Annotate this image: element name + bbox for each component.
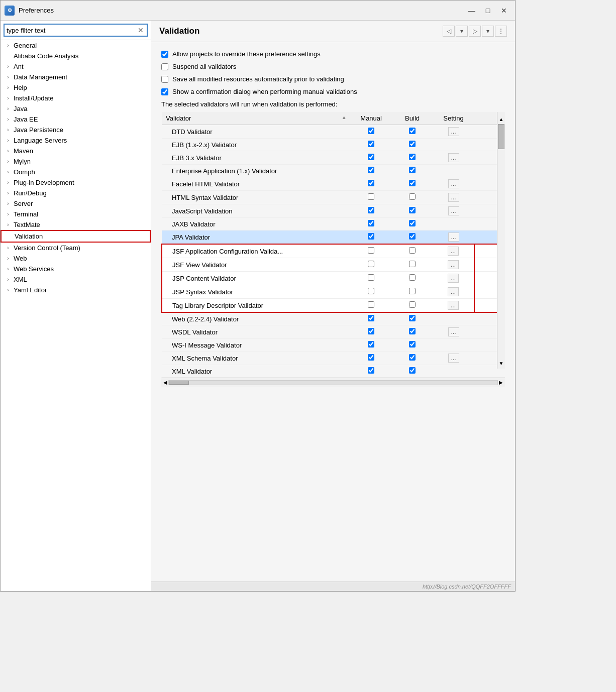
checkbox-allow-override[interactable] — [161, 51, 168, 58]
validator-setting-cell[interactable] — [433, 312, 474, 325]
scroll-thumb[interactable] — [498, 124, 504, 149]
validator-setting-cell[interactable]: ... — [433, 125, 474, 139]
setting-dots-button[interactable]: ... — [448, 179, 459, 188]
forward-dropdown-button[interactable]: ▾ — [482, 26, 494, 37]
table-row[interactable]: XML Schema Validator... — [162, 352, 505, 365]
scroll-down-button[interactable]: ▼ — [498, 360, 504, 367]
table-row[interactable]: Facelet HTML Validator... — [162, 177, 505, 191]
sidebar-item-java-persistence[interactable]: ›Java Persistence — [1, 125, 151, 135]
setting-dots-button[interactable]: ... — [448, 260, 459, 269]
validator-build-cell[interactable] — [392, 299, 433, 313]
setting-dots-button[interactable]: ... — [448, 193, 459, 202]
table-row[interactable]: HTML Syntax Validator... — [162, 191, 505, 204]
validator-setting-cell[interactable]: ... — [433, 191, 474, 204]
scroll-up-button[interactable]: ▲ — [498, 116, 504, 123]
validator-manual-cell[interactable] — [351, 285, 392, 299]
validator-build-cell[interactable] — [392, 325, 433, 339]
validator-manual-cell[interactable] — [351, 325, 392, 339]
validator-build-cell[interactable] — [392, 151, 433, 165]
validator-build-cell[interactable] — [392, 177, 433, 191]
validator-build-cell[interactable] — [392, 272, 433, 285]
validator-build-cell[interactable] — [392, 285, 433, 299]
scroll-left-button[interactable]: ◀ — [163, 380, 167, 385]
validator-manual-cell[interactable] — [351, 139, 392, 151]
validator-manual-cell[interactable] — [351, 151, 392, 165]
validator-manual-cell[interactable] — [351, 230, 392, 245]
table-row[interactable]: JAXB Validator — [162, 218, 505, 230]
sidebar-item-server[interactable]: ›Server — [1, 198, 151, 209]
table-row[interactable]: DTD Validator... — [162, 125, 505, 139]
validator-setting-cell[interactable]: ... — [433, 244, 474, 258]
validator-setting-cell[interactable]: ... — [433, 285, 474, 299]
validator-manual-cell[interactable] — [351, 312, 392, 325]
minimize-button[interactable]: — — [465, 5, 479, 16]
sidebar-item-ant[interactable]: ›Ant — [1, 61, 151, 72]
validator-build-cell[interactable] — [392, 258, 433, 272]
validator-setting-cell[interactable]: ... — [433, 151, 474, 165]
setting-dots-button[interactable]: ... — [448, 233, 459, 242]
validator-manual-cell[interactable] — [351, 218, 392, 230]
menu-button[interactable]: ⋮ — [495, 26, 507, 37]
setting-dots-button[interactable]: ... — [448, 287, 459, 296]
sidebar-item-help[interactable]: ›Help — [1, 82, 151, 93]
sidebar-item-run-debug[interactable]: ›Run/Debug — [1, 188, 151, 198]
validator-setting-cell[interactable]: ... — [433, 258, 474, 272]
setting-dots-button[interactable]: ... — [448, 153, 459, 162]
sidebar-item-validation[interactable]: Validation — [1, 230, 151, 243]
sidebar-item-xml[interactable]: ›XML — [1, 274, 151, 285]
validator-setting-cell[interactable] — [433, 339, 474, 352]
sidebar-item-install-update[interactable]: ›Install/Update — [1, 93, 151, 103]
validator-setting-cell[interactable]: ... — [433, 230, 474, 245]
table-row[interactable]: XML Validator — [162, 365, 505, 378]
validator-manual-cell[interactable] — [351, 339, 392, 352]
validator-manual-cell[interactable] — [351, 125, 392, 139]
validator-manual-cell[interactable] — [351, 244, 392, 258]
sidebar-item-java-ee[interactable]: ›Java EE — [1, 114, 151, 125]
sidebar-item-textmate[interactable]: ›TextMate — [1, 219, 151, 230]
validator-build-cell[interactable] — [392, 352, 433, 365]
validator-build-cell[interactable] — [392, 191, 433, 204]
sidebar-item-java[interactable]: ›Java — [1, 103, 151, 114]
scrollbar-thumb[interactable] — [169, 381, 189, 385]
validator-setting-cell[interactable] — [433, 165, 474, 177]
setting-dots-button[interactable]: ... — [448, 206, 459, 215]
validator-build-cell[interactable] — [392, 230, 433, 245]
validator-build-cell[interactable] — [392, 312, 433, 325]
table-row[interactable]: Web (2.2-2.4) Validator — [162, 312, 505, 325]
table-row[interactable]: Tag Library Descriptor Validator... — [162, 299, 505, 313]
table-row[interactable]: JSP Content Validator... — [162, 272, 505, 285]
table-row[interactable]: JPA Validator... — [162, 230, 505, 245]
validator-setting-cell[interactable]: ... — [433, 325, 474, 339]
horizontal-scrollbar[interactable]: ◀ ▶ — [161, 378, 505, 387]
checkbox-suspend-all[interactable] — [161, 63, 168, 70]
back-button[interactable]: ◁ — [443, 26, 455, 37]
validator-build-cell[interactable] — [392, 339, 433, 352]
sidebar-item-language-servers[interactable]: ›Language Servers — [1, 135, 151, 146]
sidebar-item-web[interactable]: ›Web — [1, 253, 151, 264]
search-input[interactable] — [7, 27, 137, 34]
table-row[interactable]: JSF View Validator... — [162, 258, 505, 272]
sidebar-item-version-control[interactable]: ›Version Control (Team) — [1, 243, 151, 253]
setting-dots-button[interactable]: ... — [448, 301, 459, 310]
validator-build-cell[interactable] — [392, 139, 433, 151]
sidebar-item-data-management[interactable]: ›Data Management — [1, 72, 151, 82]
maximize-button[interactable]: □ — [481, 5, 495, 16]
sidebar-item-alibaba[interactable]: Alibaba Code Analysis — [1, 51, 151, 61]
setting-dots-button[interactable]: ... — [448, 274, 459, 283]
validator-setting-cell[interactable]: ... — [433, 299, 474, 313]
validator-setting-cell[interactable]: ... — [433, 204, 474, 218]
validator-build-cell[interactable] — [392, 244, 433, 258]
validator-manual-cell[interactable] — [351, 165, 392, 177]
checkbox-show-confirmation[interactable] — [161, 88, 168, 95]
validator-setting-cell[interactable] — [433, 365, 474, 378]
validator-build-cell[interactable] — [392, 365, 433, 378]
table-row[interactable]: EJB 3.x Validator... — [162, 151, 505, 165]
sidebar-item-plug-in-development[interactable]: ›Plug-in Development — [1, 177, 151, 188]
sidebar-item-general[interactable]: ›General — [1, 40, 151, 51]
validator-build-cell[interactable] — [392, 218, 433, 230]
validator-build-cell[interactable] — [392, 204, 433, 218]
table-row[interactable]: WS-I Message Validator — [162, 339, 505, 352]
setting-dots-button[interactable]: ... — [448, 247, 459, 256]
sidebar-item-maven[interactable]: ›Maven — [1, 146, 151, 156]
back-dropdown-button[interactable]: ▾ — [456, 26, 468, 37]
